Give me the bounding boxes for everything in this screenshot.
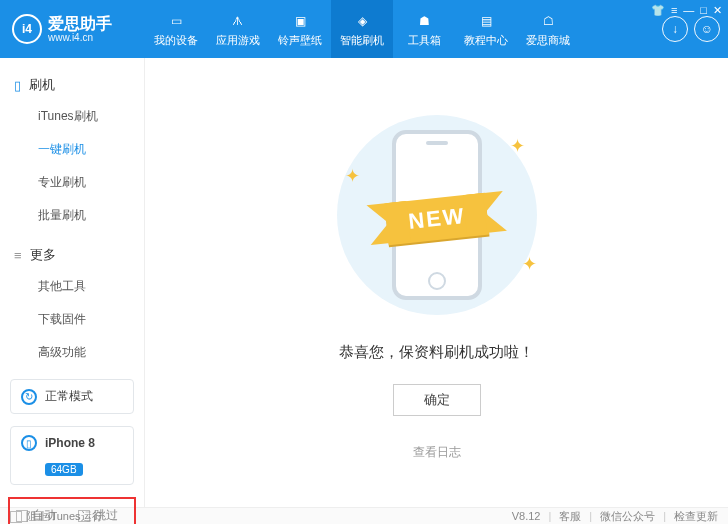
sidebar-item-advanced[interactable]: 高级功能 bbox=[0, 336, 144, 369]
more-icon: ≡ bbox=[14, 248, 22, 263]
shirt-icon[interactable]: 👕 bbox=[651, 4, 665, 17]
version-label: V8.12 bbox=[512, 510, 541, 522]
sidebar-item-batch-flash[interactable]: 批量刷机 bbox=[0, 199, 144, 232]
group-more[interactable]: ≡更多 bbox=[0, 240, 144, 270]
window-controls: 👕 ≡ — □ ✕ bbox=[651, 4, 722, 17]
logo-icon: i4 bbox=[12, 14, 42, 44]
phone-device-icon: ▯ bbox=[21, 435, 37, 451]
image-icon: ▣ bbox=[290, 11, 310, 31]
footer-link-support[interactable]: 客服 bbox=[559, 509, 581, 524]
close-icon[interactable]: ✕ bbox=[713, 4, 722, 17]
brand-name: 爱思助手 bbox=[48, 15, 112, 33]
minimize-icon[interactable]: — bbox=[683, 4, 694, 17]
logo[interactable]: i4 爱思助手 www.i4.cn bbox=[0, 14, 145, 44]
star-icon: ✦ bbox=[510, 135, 525, 157]
sidebar-item-other-tools[interactable]: 其他工具 bbox=[0, 270, 144, 303]
download-icon[interactable]: ↓ bbox=[662, 16, 688, 42]
refresh-icon: ↻ bbox=[21, 389, 37, 405]
toolbox-icon: ☗ bbox=[414, 11, 434, 31]
checkbox-block-itunes[interactable]: 阻止iTunes运行 bbox=[10, 509, 103, 524]
tab-tutorial[interactable]: ▤教程中心 bbox=[455, 0, 517, 58]
main-content: ✦ ✦ ✦ NEW 恭喜您，保资料刷机成功啦！ 确定 查看日志 bbox=[145, 58, 728, 507]
confirm-button[interactable]: 确定 bbox=[393, 384, 481, 416]
footer-link-update[interactable]: 检查更新 bbox=[674, 509, 718, 524]
apps-icon: ⩚ bbox=[228, 11, 248, 31]
phone-outline-icon: ▯ bbox=[14, 78, 21, 93]
tab-ringtone[interactable]: ▣铃声壁纸 bbox=[269, 0, 331, 58]
sidebar-item-oneclick-flash[interactable]: 一键刷机 bbox=[0, 133, 144, 166]
tab-apps[interactable]: ⩚应用游戏 bbox=[207, 0, 269, 58]
star-icon: ✦ bbox=[345, 165, 360, 187]
view-log-link[interactable]: 查看日志 bbox=[413, 444, 461, 461]
sidebar-item-itunes-flash[interactable]: iTunes刷机 bbox=[0, 100, 144, 133]
storage-badge: 64GB bbox=[45, 463, 83, 476]
book-icon: ▤ bbox=[476, 11, 496, 31]
flash-icon: ◈ bbox=[352, 11, 372, 31]
tab-shop[interactable]: ☖爱思商城 bbox=[517, 0, 579, 58]
device-icon: ▭ bbox=[166, 11, 186, 31]
user-icon[interactable]: ☺ bbox=[694, 16, 720, 42]
device-mode[interactable]: ↻ 正常模式 bbox=[10, 379, 134, 414]
tab-my-device[interactable]: ▭我的设备 bbox=[145, 0, 207, 58]
device-info[interactable]: ▯ iPhone 8 64GB bbox=[10, 426, 134, 485]
header-right: ↓ ☺ bbox=[662, 16, 728, 42]
group-flash[interactable]: ▯刷机 bbox=[0, 70, 144, 100]
header: i4 爱思助手 www.i4.cn ▭我的设备 ⩚应用游戏 ▣铃声壁纸 ◈智能刷… bbox=[0, 0, 728, 58]
success-message: 恭喜您，保资料刷机成功啦！ bbox=[339, 343, 534, 362]
sidebar-item-pro-flash[interactable]: 专业刷机 bbox=[0, 166, 144, 199]
tab-flash[interactable]: ◈智能刷机 bbox=[331, 0, 393, 58]
sidebar-item-download-firmware[interactable]: 下载固件 bbox=[0, 303, 144, 336]
nav-tabs: ▭我的设备 ⩚应用游戏 ▣铃声壁纸 ◈智能刷机 ☗工具箱 ▤教程中心 ☖爱思商城 bbox=[145, 0, 579, 58]
brand-url: www.i4.cn bbox=[48, 32, 112, 43]
star-icon: ✦ bbox=[522, 253, 537, 275]
footer-link-wechat[interactable]: 微信公众号 bbox=[600, 509, 655, 524]
success-illustration: ✦ ✦ ✦ NEW bbox=[327, 105, 547, 325]
sidebar: ▯刷机 iTunes刷机 一键刷机 专业刷机 批量刷机 ≡更多 其他工具 下载固… bbox=[0, 58, 145, 507]
tab-toolbox[interactable]: ☗工具箱 bbox=[393, 0, 455, 58]
shop-icon: ☖ bbox=[538, 11, 558, 31]
